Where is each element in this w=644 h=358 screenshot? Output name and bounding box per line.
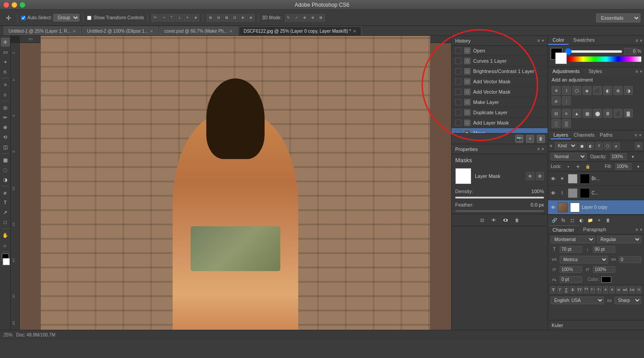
dist-bottom-btn[interactable]: ⊗ xyxy=(247,14,254,22)
history-item-3[interactable]: ⬡ Add Vector Mask xyxy=(452,77,548,87)
auto-select-checkbox[interactable] xyxy=(21,16,26,20)
3d-pan-btn[interactable]: ⤢ xyxy=(293,14,300,22)
adj-posterize-btn[interactable]: ≡ xyxy=(562,109,571,118)
color-tab[interactable]: Color xyxy=(548,36,569,45)
history-item-1[interactable]: ⬡ Curves 1 Layer xyxy=(452,56,548,66)
auto-select-dropdown[interactable]: Group Layer xyxy=(53,14,79,22)
tool-eyedropper[interactable]: ⌽ xyxy=(1,90,10,99)
layer-fx-btn[interactable]: fx xyxy=(560,216,567,224)
paragraph-tab[interactable]: Paragraph xyxy=(579,225,610,234)
tab-2-close[interactable]: ✕ xyxy=(229,29,233,34)
ordinal-btn[interactable]: 1st xyxy=(629,286,635,293)
channels-tab[interactable]: Channels xyxy=(571,131,597,139)
styles-tab[interactable]: Styles xyxy=(584,67,607,75)
tool-text[interactable]: T xyxy=(1,198,10,207)
tool-magic-wand[interactable]: ⎋ xyxy=(1,67,10,76)
subscript-btn[interactable]: T↓ xyxy=(596,286,601,293)
history-item-5[interactable]: ⬡ Make Layer xyxy=(452,97,548,108)
superscript-btn[interactable]: T↑ xyxy=(590,286,595,293)
tool-move[interactable]: ✛ xyxy=(1,38,10,47)
adjustments-tab[interactable]: Adjustments xyxy=(548,67,584,75)
adj-bw-btn[interactable]: ◑ xyxy=(624,86,633,95)
underline-btn[interactable]: T xyxy=(564,286,569,293)
layers-filter-shape-btn[interactable]: ⬡ xyxy=(604,142,611,150)
adj-pattern-btn[interactable]: ░ xyxy=(552,119,561,128)
adj-solid-btn[interactable]: ⬛ xyxy=(614,109,622,118)
history-menu-btn[interactable]: ≡ xyxy=(537,38,540,43)
adj-curves-btn[interactable]: ⌇ xyxy=(562,86,571,95)
opacity-input[interactable] xyxy=(610,153,627,160)
bg-color-swatch[interactable] xyxy=(555,52,567,64)
opacity-arrow-btn[interactable]: ▾ xyxy=(630,154,636,160)
adj-exposure-btn[interactable]: ⬡ xyxy=(572,86,581,95)
adj-brightness-btn[interactable]: ☀ xyxy=(552,86,561,95)
layer-1-visibility[interactable]: 👁 xyxy=(550,190,556,196)
layers-filter-pixel-btn[interactable]: ◼ xyxy=(579,142,586,150)
smallcaps-btn[interactable]: TT xyxy=(584,286,589,293)
tool-spot-heal[interactable]: ◎ xyxy=(1,103,10,112)
history-item-6[interactable]: ⬡ Duplicate Layer xyxy=(452,108,548,118)
history-item-7[interactable]: ⬡ Add Layer Mask xyxy=(452,118,548,128)
align-center-h-btn[interactable]: ⊣ xyxy=(160,14,167,22)
tool-lasso[interactable]: ⌖ xyxy=(1,57,10,66)
tracking-select[interactable]: Metrics xyxy=(560,256,608,263)
standard-btn[interactable]: aA xyxy=(622,286,628,293)
char-color-swatch[interactable] xyxy=(601,276,611,283)
adj-levels-btn[interactable]: ≣ xyxy=(603,109,612,118)
layer-group-btn[interactable]: 📁 xyxy=(587,216,594,224)
move-tool-btn[interactable]: ✛ xyxy=(4,13,13,23)
align-bottom-btn[interactable]: ≢ xyxy=(192,14,199,22)
layer-item-2[interactable]: 👁 Layer 0 copy xyxy=(548,200,644,215)
tool-gradient[interactable]: ▦ xyxy=(1,155,10,164)
frac2-btn[interactable]: fi xyxy=(609,286,614,293)
tab-1-close[interactable]: ✕ xyxy=(150,29,153,34)
tool-clone[interactable]: ⊕ xyxy=(1,123,10,132)
language-select[interactable]: English: USA xyxy=(551,297,604,304)
tool-crop[interactable]: ⌗ xyxy=(1,80,10,89)
layers-filter-text-btn[interactable]: T xyxy=(596,142,603,150)
fill-input[interactable] xyxy=(615,163,631,170)
adj-menu-btn[interactable]: ≡ xyxy=(635,69,638,74)
close-button[interactable] xyxy=(4,2,9,8)
workspace-selector[interactable]: Essentials xyxy=(596,13,640,22)
character-tab[interactable]: Character xyxy=(548,225,579,234)
tool-history[interactable]: ⟲ xyxy=(1,133,10,142)
show-transform-checkbox[interactable] xyxy=(87,16,91,20)
history-collapse-btn[interactable]: ▾ xyxy=(542,38,544,43)
tool-pen[interactable]: ⌀ xyxy=(1,188,10,197)
layer-link-btn[interactable]: 🔗 xyxy=(551,216,558,224)
tool-shape[interactable]: □ xyxy=(1,218,10,227)
feather-slider[interactable] xyxy=(455,210,544,212)
dist-left-btn[interactable]: ⊞ xyxy=(207,14,214,22)
swatches-tab[interactable]: Swatches xyxy=(569,36,599,45)
history-item-2[interactable]: ⬡ Brightness/Contrast 1 Layer xyxy=(452,66,548,77)
adj-collapse-btn[interactable]: ▾ xyxy=(640,69,642,74)
dist-top-btn[interactable]: ⊡ xyxy=(231,14,238,22)
layers-filter-adj-btn[interactable]: ◐ xyxy=(587,142,594,150)
scale-h-input[interactable] xyxy=(560,266,582,273)
minimize-button[interactable] xyxy=(12,2,17,8)
tab-0[interactable]: Untitled-1 @ 25% (Layer 1, R... ✕ xyxy=(4,26,81,35)
adj-threshold-btn[interactable]: ▲ xyxy=(572,109,581,118)
lock-pixels-btn[interactable]: ▪ xyxy=(565,164,571,170)
layers-kind-select[interactable]: Kind xyxy=(555,142,577,150)
align-right-btn[interactable]: ⊤ xyxy=(168,14,175,22)
italic-btn[interactable]: T xyxy=(557,286,562,293)
adj-photo-btn[interactable]: ⌀ xyxy=(552,96,561,105)
workspace-select[interactable]: Essentials xyxy=(596,13,640,22)
layer-mask-thumbnail[interactable] xyxy=(455,168,471,184)
canvas-area[interactable]: 60 80 100 120 140 160 180 200 220 240 26… xyxy=(11,36,451,330)
mask-subtract-btn[interactable]: ⊠ xyxy=(536,172,544,180)
tab-1[interactable]: Untitled-2 @ 100% (Ellipse 1... ✕ xyxy=(82,26,158,35)
tab-2[interactable]: cover.psd @ 66.7% (Make Ph... ✕ xyxy=(159,26,238,35)
layers-tab[interactable]: Layers xyxy=(551,131,571,139)
font-family-select[interactable]: Montserrat xyxy=(551,236,595,243)
dist-mid-btn[interactable]: ⊕ xyxy=(239,14,246,22)
lock-all-btn[interactable]: 🔒 xyxy=(585,164,591,170)
adj-colorbw-btn[interactable]: ◐ xyxy=(603,86,612,95)
layer-2-visibility[interactable]: 👁 xyxy=(550,204,556,211)
history-item-0[interactable]: ⬡ Open xyxy=(452,46,548,56)
history-item-4[interactable]: ⬡ Add Vector Mask xyxy=(452,87,548,97)
layer-mask-btn[interactable]: ◻ xyxy=(569,216,576,224)
adj-gradientmap-btn[interactable]: ▦ xyxy=(583,109,592,118)
